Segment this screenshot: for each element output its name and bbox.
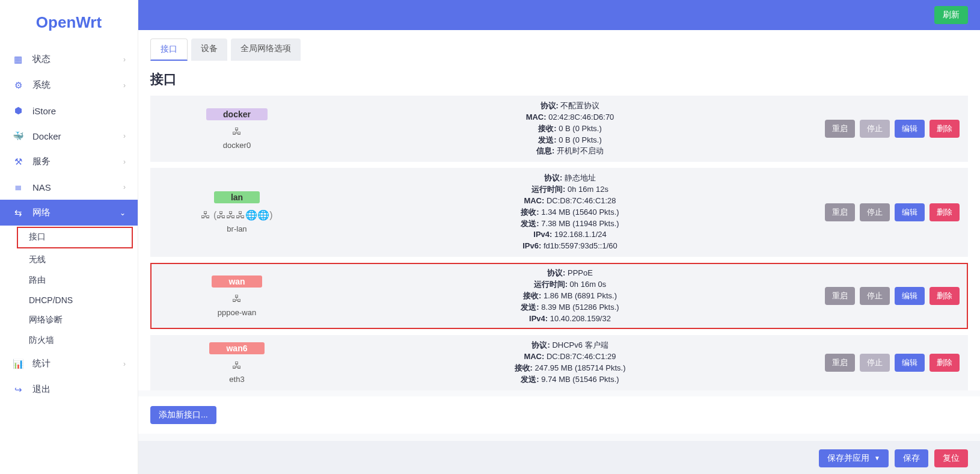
- edit-button[interactable]: 编辑: [895, 287, 925, 305]
- interface-badge: wan: [212, 275, 262, 288]
- device-name: docker0: [223, 141, 251, 150]
- device-icon: 🖧: [232, 360, 242, 371]
- chevron-right-icon: ›: [123, 81, 126, 90]
- sidebar-item-nas[interactable]: ≣ NAS ›: [0, 174, 138, 200]
- device-name: br-lan: [227, 224, 247, 233]
- footer-actions: 保存并应用 ▼ 保存 复位: [138, 441, 980, 474]
- tab-global[interactable]: 全局网络选项: [231, 38, 301, 61]
- chevron-right-icon: ›: [123, 360, 126, 368]
- restart-button[interactable]: 重启: [825, 354, 855, 372]
- database-icon: ≣: [12, 182, 24, 192]
- docker-icon: 🐳: [12, 131, 24, 141]
- edit-button[interactable]: 编辑: [895, 354, 925, 372]
- restart-button[interactable]: 重启: [825, 287, 855, 305]
- interface-stats: 协议: PPPoE运行时间: 0h 16m 0s接收: 1.86 MB (689…: [315, 268, 825, 324]
- delete-button[interactable]: 删除: [929, 120, 960, 138]
- interface-row-wan6: wan6 🖧 eth3 协议: DHCPv6 客户端MAC: DC:D8:7C:…: [150, 335, 968, 390]
- cube-icon: ⬢: [12, 105, 24, 116]
- sidebar-item-system[interactable]: ⚙ 系统 ›: [0, 72, 138, 98]
- logo: OpenWrt: [0, 0, 138, 46]
- sidebar-subitem-diagnostics[interactable]: 网络诊断: [0, 310, 138, 330]
- sidebar-subitem-routes[interactable]: 路由: [0, 270, 138, 291]
- stop-button[interactable]: 停止: [860, 120, 890, 138]
- sidebar-item-label: NAS: [32, 182, 123, 192]
- sidebar-item-label: 状态: [32, 54, 123, 65]
- sidebar-item-label: 系统: [32, 79, 123, 91]
- restart-button[interactable]: 重启: [825, 120, 855, 138]
- sidebar-item-label: 退出: [32, 384, 123, 395]
- main-content: 刷新 接口 设备 全局网络选项 接口 docker 🖧 docker0 协议: …: [138, 0, 980, 474]
- add-interface-button[interactable]: 添加新接口...: [150, 406, 216, 424]
- save-apply-label: 保存并应用: [827, 453, 869, 464]
- interface-stats: 协议: 不配置协议MAC: 02:42:8C:46:D6:70接收: 0 B (…: [315, 100, 825, 157]
- sidebar-item-istore[interactable]: ⬢ iStore ›: [0, 98, 138, 123]
- chart-icon: 📊: [12, 359, 24, 369]
- tools-icon: ⚒: [12, 156, 24, 167]
- chevron-right-icon: ›: [123, 55, 126, 64]
- stop-button[interactable]: 停止: [860, 287, 890, 305]
- chevron-right-icon: ›: [123, 183, 126, 191]
- gear-icon: ⚙: [12, 80, 24, 91]
- tab-interfaces[interactable]: 接口: [150, 38, 188, 61]
- device-icon: 🖧: [232, 126, 242, 137]
- stop-button[interactable]: 停止: [860, 203, 890, 221]
- sidebar-item-statistics[interactable]: 📊 统计 ›: [0, 351, 138, 377]
- network-icon: ⇆: [12, 208, 24, 218]
- sidebar-item-label: 服务: [32, 156, 123, 167]
- delete-button[interactable]: 删除: [929, 354, 960, 372]
- logout-icon: ↪: [12, 384, 24, 395]
- chevron-right-icon: ›: [123, 132, 126, 140]
- sidebar-item-services[interactable]: ⚒ 服务 ›: [0, 149, 138, 174]
- interface-stats: 协议: 静态地址运行时间: 0h 16m 12sMAC: DC:D8:7C:46…: [315, 173, 825, 252]
- edit-button[interactable]: 编辑: [895, 203, 925, 221]
- save-apply-button[interactable]: 保存并应用 ▼: [819, 449, 889, 467]
- caret-down-icon: ▼: [874, 455, 880, 461]
- sidebar-item-network[interactable]: ⇆ 网络 ⌄: [0, 200, 138, 226]
- sidebar: OpenWrt ▦ 状态 › ⚙ 系统 › ⬢ iStore › 🐳 Docke…: [0, 0, 138, 474]
- sidebar-item-docker[interactable]: 🐳 Docker ›: [0, 123, 138, 149]
- tabs: 接口 设备 全局网络选项: [150, 38, 968, 61]
- interface-row-docker: docker 🖧 docker0 协议: 不配置协议MAC: 02:42:8C:…: [150, 96, 968, 162]
- sidebar-submenu-network: 接口 无线 路由 DHCP/DNS 网络诊断 防火墙: [0, 227, 138, 351]
- restart-button[interactable]: 重启: [825, 203, 855, 221]
- stop-button[interactable]: 停止: [860, 354, 890, 372]
- sidebar-item-status[interactable]: ▦ 状态 ›: [0, 46, 138, 72]
- device-icon: 🖧: [232, 294, 242, 304]
- interface-stats: 协议: DHCPv6 客户端MAC: DC:D8:7C:46:C1:29接收: …: [315, 340, 825, 385]
- sidebar-subitem-interfaces[interactable]: 接口: [17, 227, 133, 248]
- device-icon: 🖧 (🖧🖧🖧🌐🌐): [201, 209, 272, 221]
- page-title: 接口: [150, 70, 968, 88]
- chevron-down-icon: ⌄: [120, 209, 126, 217]
- sidebar-item-label: 统计: [32, 358, 123, 369]
- topbar: 刷新: [138, 0, 980, 30]
- sidebar-subitem-dhcp[interactable]: DHCP/DNS: [0, 291, 138, 310]
- interface-badge: docker: [206, 108, 268, 120]
- sidebar-subitem-wireless[interactable]: 无线: [0, 250, 138, 270]
- interface-row-lan: lan 🖧 (🖧🖧🖧🌐🌐) br-lan 协议: 静态地址运行时间: 0h 16…: [150, 168, 968, 257]
- sidebar-item-logout[interactable]: ↪ 退出 ›: [0, 377, 138, 402]
- interface-row-wan: wan 🖧 pppoe-wan 协议: PPPoE运行时间: 0h 16m 0s…: [150, 263, 968, 329]
- delete-button[interactable]: 删除: [929, 203, 960, 221]
- reset-button[interactable]: 复位: [934, 449, 968, 467]
- edit-button[interactable]: 编辑: [895, 120, 925, 138]
- save-button[interactable]: 保存: [895, 449, 928, 467]
- delete-button[interactable]: 删除: [929, 287, 960, 305]
- sidebar-item-label: 网络: [32, 207, 120, 218]
- sidebar-subitem-firewall[interactable]: 防火墙: [0, 330, 138, 351]
- interface-badge: lan: [214, 191, 260, 203]
- tab-devices[interactable]: 设备: [191, 38, 227, 61]
- sidebar-item-label: iStore: [32, 106, 123, 116]
- chevron-right-icon: ›: [123, 158, 126, 166]
- refresh-button[interactable]: 刷新: [934, 6, 968, 24]
- grid-icon: ▦: [12, 54, 24, 65]
- device-name: eth3: [229, 375, 244, 384]
- sidebar-item-label: Docker: [32, 131, 123, 141]
- interface-badge: wan6: [209, 342, 264, 354]
- device-name: pppoe-wan: [218, 308, 256, 317]
